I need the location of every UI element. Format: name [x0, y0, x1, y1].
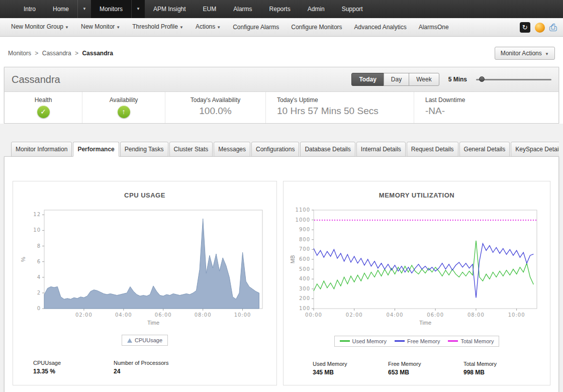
svg-text:08:00: 08:00	[467, 312, 485, 318]
tab-general-details[interactable]: General Details	[459, 142, 510, 157]
line-swatch-icon	[448, 340, 458, 342]
svg-text:900: 900	[299, 227, 310, 232]
summary-value: 24	[114, 368, 194, 375]
tab-database-details[interactable]: Database Details	[300, 142, 355, 157]
time-slider-track[interactable]	[476, 79, 551, 80]
chevron-down-icon[interactable]: ▼	[131, 0, 145, 18]
title-bar: Cassandra Today Day Week 5 Mins	[5, 67, 558, 92]
monitor-actions-label: Monitor Actions	[501, 50, 542, 57]
summary-value: 653 MB	[388, 369, 463, 376]
nav-item-reports[interactable]: Reports	[261, 0, 299, 18]
svg-text:10:00: 10:00	[508, 312, 525, 318]
tab-monitor-information[interactable]: Monitor Information	[11, 142, 72, 157]
range-day-button[interactable]: Day	[384, 73, 409, 86]
legend-label: Free Memory	[407, 338, 440, 344]
svg-text:400: 400	[299, 276, 310, 281]
svg-text:08:00: 08:00	[195, 312, 212, 318]
summary-value: 998 MB	[463, 369, 539, 376]
tab-pending-tasks[interactable]: Pending Tasks	[120, 142, 168, 157]
nav-item-eum[interactable]: EUM	[195, 0, 225, 18]
legend-item-cpuusage: CPUUsage	[127, 337, 162, 343]
chevron-down-icon[interactable]: ▼	[77, 0, 91, 18]
summary-label: Used Memory	[313, 361, 388, 367]
toolbar-label: Configure Monitors	[291, 24, 342, 31]
nav-label: APM Insight	[145, 0, 195, 18]
tab-keyspace-details[interactable]: KeySpace Details	[511, 142, 559, 157]
stat-label: Availability	[82, 96, 165, 104]
tab-performance[interactable]: Performance	[73, 142, 119, 157]
summary-label: Total Memory	[463, 361, 539, 367]
summary-free-memory: Free Memory 653 MB	[388, 361, 463, 376]
breadcrumb-current: Cassandra	[82, 50, 113, 57]
monitor-title: Cassandra	[12, 74, 60, 85]
svg-text:06:00: 06:00	[427, 312, 444, 318]
svg-text:100: 100	[299, 306, 310, 311]
toolbar-label: Advanced Analytics	[354, 24, 407, 31]
summary-value: 345 MB	[313, 369, 388, 376]
sync-icon[interactable]: ↻	[520, 22, 530, 33]
tab-configurations[interactable]: Configurations	[251, 142, 299, 157]
print-icon[interactable]: ⎙	[549, 22, 557, 33]
svg-text:1100: 1100	[296, 207, 310, 213]
stats-row: Health ✓ Availability ↑ Today's Availabi…	[5, 92, 558, 123]
new-monitor-group-menu[interactable]: New Monitor Group▼	[5, 18, 75, 37]
advanced-analytics-link[interactable]: Advanced Analytics	[348, 18, 413, 37]
legend-label: Total Memory	[460, 338, 494, 344]
nav-item-alarms[interactable]: Alarms	[225, 0, 260, 18]
range-week-button[interactable]: Week	[409, 73, 439, 86]
nav-item-apm-insight[interactable]: APM Insight	[145, 0, 195, 18]
stat-last-downtime: Last Downtime -NA-	[414, 92, 558, 123]
stat-availability: Availability ↑	[82, 92, 165, 123]
summary-used-memory: Used Memory 345 MB	[313, 361, 388, 376]
toolbar-label: Configure Alarms	[233, 24, 279, 31]
cpu-chart-title: CPU USAGE	[18, 191, 271, 199]
summary-label: Number of Processors	[114, 360, 194, 366]
tab-messages[interactable]: Messages	[214, 142, 250, 157]
nav-item-monitors[interactable]: Monitors▼	[91, 0, 145, 18]
stat-label: Health	[5, 96, 82, 104]
nav-item-intro[interactable]: Intro	[15, 0, 44, 18]
configure-monitors-link[interactable]: Configure Monitors	[285, 18, 348, 37]
monitor-actions-button[interactable]: Monitor Actions ▼	[495, 47, 555, 60]
nav-item-support[interactable]: Support	[333, 0, 371, 18]
availability-up-icon[interactable]: ↑	[118, 106, 130, 118]
top-nav: Intro Home▼ Monitors▼ APM Insight EUM Al…	[0, 0, 563, 18]
time-slider-handle[interactable]	[479, 76, 485, 82]
nav-item-home[interactable]: Home▼	[44, 0, 91, 18]
legend-item-used-memory: Used Memory	[340, 338, 387, 344]
range-today-button[interactable]: Today	[351, 73, 384, 86]
svg-text:Time: Time	[419, 320, 431, 326]
tab-cluster-stats[interactable]: Cluster Stats	[169, 142, 213, 157]
svg-text:800: 800	[299, 237, 310, 242]
memory-summary: Used Memory 345 MB Free Memory 653 MB To…	[289, 361, 545, 376]
poll-interval-label: 5 Mins	[448, 76, 467, 83]
breadcrumb-monitors[interactable]: Monitors	[8, 50, 31, 57]
legend-item-free-memory: Free Memory	[395, 338, 440, 344]
threshold-profile-menu[interactable]: Threshold Profile▼	[126, 18, 190, 37]
time-slider	[476, 76, 551, 83]
cpu-usage-card: CPU USAGE 02468101202:0004:0006:0008:001…	[13, 181, 277, 385]
breadcrumb-cassandra[interactable]: Cassandra	[42, 50, 71, 57]
breadcrumb-row: Monitors > Cassandra > Cassandra Monitor…	[0, 37, 563, 67]
performance-panel: CPU USAGE 02468101202:0004:0006:0008:001…	[4, 156, 559, 392]
summary-num-processors: Number of Processors 24	[114, 360, 194, 375]
nav-item-admin[interactable]: Admin	[299, 0, 333, 18]
svg-text:0: 0	[37, 306, 41, 311]
alarmsone-link[interactable]: AlarmsOne	[413, 18, 455, 37]
svg-text:02:00: 02:00	[75, 312, 92, 318]
chevron-down-icon: ▼	[179, 25, 183, 30]
tab-internal-details[interactable]: Internal Details	[356, 142, 406, 157]
svg-text:700: 700	[299, 246, 310, 252]
actions-menu[interactable]: Actions▼	[190, 18, 227, 37]
summary-value: 13.35 %	[33, 368, 114, 375]
new-monitor-menu[interactable]: New Monitor▼	[75, 18, 126, 37]
cpu-usage-chart: 02468101202:0004:0006:0008:0010:00Time%	[19, 204, 270, 331]
chevron-down-icon: ▼	[65, 25, 69, 30]
secondary-toolbar: New Monitor Group▼ New Monitor▼ Threshol…	[0, 18, 563, 37]
tab-request-details[interactable]: Request Details	[407, 142, 458, 157]
memory-utilization-chart: 1002003004005006007008009001000110000:00…	[289, 204, 545, 331]
health-ok-icon[interactable]: ✓	[37, 106, 50, 118]
configure-alarms-link[interactable]: Configure Alarms	[227, 18, 285, 37]
globe-icon[interactable]	[535, 23, 545, 33]
summary-cpuusage: CPUUsage 13.35 %	[33, 360, 114, 375]
